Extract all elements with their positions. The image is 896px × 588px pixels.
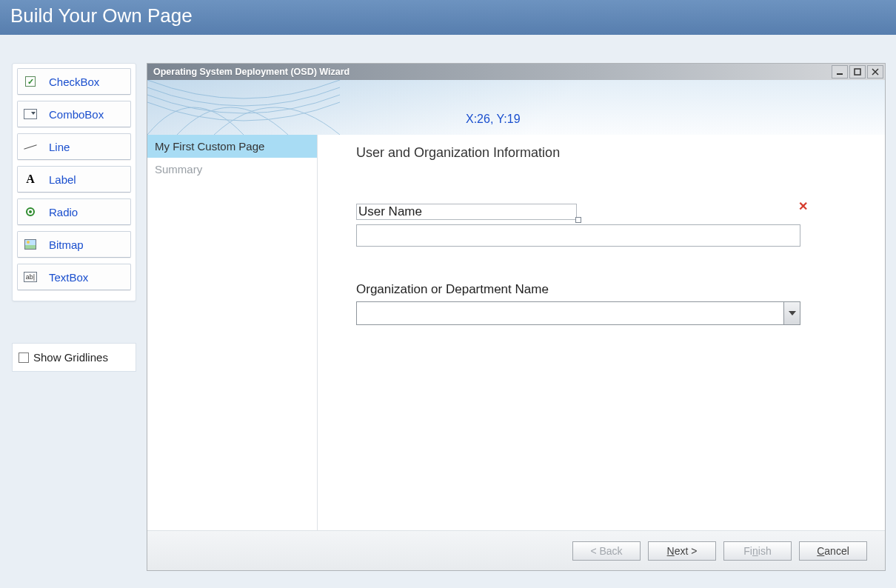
org-name-group: Organization or Department Name [356,282,802,325]
page-title: Build Your Own Page [10,4,193,27]
wizard-nav-item-custom-page[interactable]: My First Custom Page [147,135,317,158]
wizard-main: My First Custom Page Summary User and Or… [147,135,885,530]
cancel-button[interactable]: Cancel [799,541,867,561]
tool-label: CheckBox [49,76,99,88]
left-column: ✓ CheckBox ComboBox Line A Label Radio [12,63,136,372]
combobox-icon [22,106,39,122]
org-name-label: Organization or Department Name [356,282,802,297]
toolbox-panel: ✓ CheckBox ComboBox Line A Label Radio [12,63,136,301]
radio-icon [22,204,39,220]
body-area: ✓ CheckBox ComboBox Line A Label Radio [0,35,896,571]
wizard-titlebar[interactable]: Operating System Deployment (OSD) Wizard [147,64,885,80]
tool-label: ComboBox [49,108,104,121]
page-header: Build Your Own Page [0,0,896,35]
wizard-footer: < Back Next > Finish Cancel [147,530,885,570]
finish-button[interactable]: Finish [723,541,792,561]
tool-label: TextBox [49,271,88,284]
show-gridlines-toggle[interactable]: Show Gridlines [12,343,136,372]
user-name-group: ✕ User Name [356,204,802,247]
chevron-down-icon [789,311,796,315]
tool-label: Label [49,173,76,186]
close-button[interactable] [867,65,883,78]
minimize-button[interactable] [832,65,848,78]
wizard-nav-item-summary[interactable]: Summary [147,158,317,181]
bitmap-icon [22,236,39,253]
tool-line[interactable]: Line [17,133,131,160]
tool-bitmap[interactable]: Bitmap [17,231,131,258]
back-button[interactable]: < Back [572,541,641,561]
next-button[interactable]: Next > [648,541,716,561]
user-name-input[interactable] [356,224,800,247]
tool-label: Radio [49,206,78,218]
resize-handle-icon[interactable] [575,217,581,223]
delete-element-icon[interactable]: ✕ [798,199,808,213]
show-gridlines-label: Show Gridlines [33,351,108,364]
checkbox-icon: ✓ [22,73,39,90]
next-button-label: Next > [667,545,698,557]
wizard-nav: My First Custom Page Summary [147,135,318,530]
org-name-combobox[interactable] [356,301,800,325]
back-button-label: < Back [590,545,622,557]
wizard-window: Operating System Deployment (OSD) Wizard [147,63,886,571]
tool-label: Line [49,141,70,153]
content-heading: User and Organization Information [356,145,846,161]
coordinate-readout: X:26, Y:19 [466,113,521,126]
maximize-button[interactable] [849,65,866,78]
tool-label[interactable]: A Label [17,166,131,193]
cancel-button-label: Cancel [817,545,849,557]
wizard-banner: X:26, Y:19 [147,80,885,135]
finish-button-label: Finish [743,545,771,557]
svg-rect-1 [855,69,860,75]
wizard-title: Operating System Deployment (OSD) Wizard [153,67,350,77]
textbox-icon: ab| [22,269,39,285]
user-name-label[interactable]: User Name [356,204,577,220]
tool-textbox[interactable]: ab| TextBox [17,264,131,290]
window-controls [832,65,883,78]
line-icon [22,138,39,155]
wizard-content[interactable]: User and Organization Information ✕ User… [318,135,885,530]
tool-radio[interactable]: Radio [17,198,131,225]
label-icon: A [22,171,39,187]
dropdown-button[interactable] [783,302,800,324]
tool-checkbox[interactable]: ✓ CheckBox [17,68,131,95]
checkbox-icon [19,353,29,363]
banner-mesh-icon [147,80,340,135]
tool-combobox[interactable]: ComboBox [17,101,131,127]
tool-label: Bitmap [49,238,84,251]
org-name-value[interactable] [357,302,783,324]
